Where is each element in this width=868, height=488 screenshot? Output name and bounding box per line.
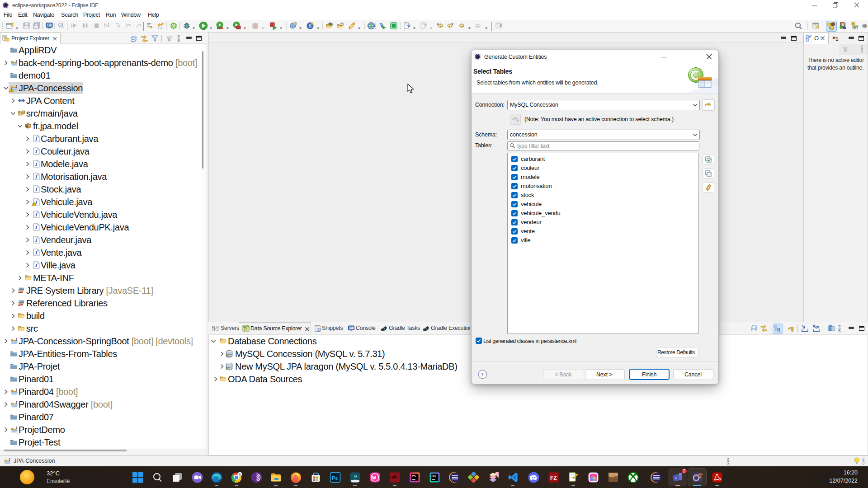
svg-text:J: J [844, 22, 846, 27]
svg-text:IDE: IDE [698, 476, 702, 478]
svg-text:FZ: FZ [550, 475, 557, 481]
svg-text:PS: PS [412, 474, 416, 478]
svg-text:GIT: GIT [853, 26, 858, 29]
svg-text:Ps: Ps [332, 475, 338, 480]
svg-text:?: ? [481, 371, 484, 378]
svg-text:T: T [675, 476, 677, 480]
svg-text:S: S [309, 23, 311, 28]
svg-text:DG: DG [431, 474, 436, 478]
